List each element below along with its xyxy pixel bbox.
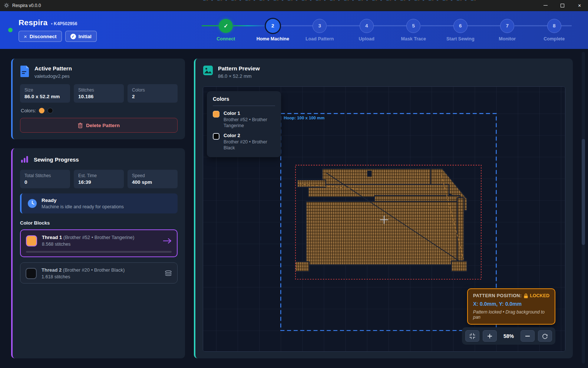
- pattern-dimensions: 86.0 × 52.2 mm: [218, 73, 260, 79]
- window-scrollbar[interactable]: [582, 52, 585, 364]
- stat-speed: Speed 400 spm: [128, 170, 178, 188]
- colors-label: Colors:: [21, 108, 36, 113]
- legend-swatch-1: [213, 111, 219, 117]
- step-5-circle: 5: [406, 19, 420, 33]
- app-header: Respira K4P502956 × Disconnect ✓ Initial…: [0, 11, 588, 49]
- fit-view-button[interactable]: [465, 330, 479, 342]
- step-6-circle: 6: [453, 19, 468, 33]
- layers-stack-icon: [165, 270, 172, 277]
- reset-view-button[interactable]: [538, 330, 552, 342]
- fit-view-icon: [469, 333, 475, 339]
- status-title: Ready: [42, 198, 124, 203]
- initial-label: Initial: [79, 34, 92, 39]
- thread-1-stitches: 8.568 stitches: [42, 242, 134, 247]
- colors-legend: Colors Color 1 Brother #52 • Brother Tan…: [207, 91, 281, 157]
- initial-button[interactable]: ✓ Initial: [65, 31, 97, 42]
- pattern-coordinates: X: 0.0mm, Y: 0.0mm: [473, 301, 549, 307]
- check-circle-icon: ✓: [70, 34, 76, 39]
- disconnect-x-icon: ×: [24, 33, 27, 40]
- sewing-progress-title: Sewing Progress: [34, 156, 79, 163]
- legend-item-color1: Color 1 Brother #52 • Brother Tangerine: [213, 110, 275, 129]
- preview-canvas[interactable]: Hoop: 100 x 100 mm: [203, 86, 565, 352]
- image-icon: [203, 65, 213, 76]
- step-6-label: Start Sewing: [446, 36, 475, 42]
- scrollbar-thumb[interactable]: [582, 139, 585, 245]
- thread-2-detail: (Brother #20 • Brother Black): [63, 267, 125, 273]
- stepper-link: [374, 25, 406, 26]
- zoom-out-button[interactable]: [521, 330, 535, 342]
- delete-pattern-label: Delete Pattern: [86, 123, 120, 128]
- step-monitor[interactable]: 7 Monitor: [484, 19, 531, 42]
- stepper-link: [280, 25, 313, 26]
- maximize-button[interactable]: [554, 0, 571, 11]
- minimize-icon: [544, 5, 548, 6]
- pattern-preview-title: Pattern Preview: [218, 65, 260, 72]
- close-button[interactable]: ×: [571, 0, 588, 11]
- step-8-label: Complete: [544, 36, 565, 42]
- step-home-machine[interactable]: 2 Home Machine: [250, 19, 297, 42]
- legend-swatch-2: [213, 133, 219, 140]
- window-title: Respira v0.0.0: [12, 3, 41, 8]
- locked-label: LOCKED: [530, 293, 549, 298]
- step-7-label: Monitor: [499, 36, 516, 42]
- pattern-preview-card: Pattern Preview 86.0 × 52.2 mm: [194, 59, 573, 358]
- step-4-circle: 4: [360, 19, 374, 33]
- maximize-icon: [561, 4, 564, 7]
- stepper-trail-line: [561, 25, 572, 26]
- minus-icon: [525, 334, 530, 339]
- disconnect-button[interactable]: × Disconnect: [19, 31, 62, 42]
- step-mask-trace[interactable]: 5 Mask Trace: [390, 19, 437, 42]
- bar-chart-icon: [20, 155, 29, 164]
- plus-icon: [487, 334, 492, 339]
- file-icon: [20, 65, 30, 77]
- delete-pattern-button[interactable]: Delete Pattern: [20, 118, 178, 133]
- color-dot-orange: [39, 108, 44, 113]
- stat-colors: Colors 2: [128, 84, 178, 103]
- pattern-filename: valetudogv2.pes: [34, 73, 72, 79]
- minimize-button[interactable]: [537, 0, 554, 11]
- close-icon: ×: [578, 3, 581, 9]
- thread-2-stitches: 1.618 stitches: [42, 274, 125, 279]
- stepper-link: [421, 25, 453, 26]
- step-complete[interactable]: 8 Complete: [531, 19, 578, 42]
- stepper-link: [468, 25, 500, 26]
- active-pattern-title: Active Pattern: [34, 65, 72, 72]
- stat-est-time: Est. Time 16:39: [74, 170, 124, 188]
- legend-title: Colors: [213, 96, 275, 106]
- color-dot-black: [47, 108, 53, 113]
- step-upload[interactable]: 4 Upload: [343, 19, 390, 42]
- arrow-right-icon: [163, 238, 172, 244]
- step-start-sewing[interactable]: 6 Start Sewing: [437, 19, 484, 42]
- stat-total-stitches: Total Stitches 0: [20, 170, 70, 188]
- stepper-link: [327, 25, 360, 26]
- thread-1-progress: [26, 251, 172, 253]
- pattern-notch: [367, 171, 371, 177]
- thread-2-name: Thread 2: [42, 267, 62, 273]
- machine-serial: K4P502956: [51, 21, 77, 26]
- thread-2-block[interactable]: Thread 2 (Brother #20 • Brother Black) 1…: [20, 262, 178, 284]
- zoom-in-button[interactable]: [483, 330, 497, 342]
- stat-stitches: Stitches 10.186: [74, 84, 124, 103]
- hoop-label: Hoop: 100 x 100 mm: [284, 116, 324, 120]
- thread-1-block[interactable]: Thread 1 (Brother #52 • Brother Tangerin…: [20, 229, 178, 257]
- step-2-circle: 2: [266, 19, 280, 33]
- step-load-pattern[interactable]: 3 Load Pattern: [296, 19, 343, 42]
- pattern-lock-hint: Pattern locked • Drag background to pan: [473, 309, 549, 320]
- step-connect[interactable]: ✓ Connect: [202, 19, 250, 42]
- stepper-link: [233, 25, 266, 26]
- step-1-circle: ✓: [219, 19, 233, 33]
- step-4-label: Upload: [359, 36, 374, 42]
- color-blocks-heading: Color Blocks: [20, 220, 178, 226]
- pattern-position-overlay: PATTERN POSITION: LOCKED X: 0.0mm, Y: 0.…: [467, 288, 555, 325]
- pattern-position-label: PATTERN POSITION:: [473, 293, 522, 298]
- refresh-icon: [542, 333, 548, 339]
- lock-icon: [524, 294, 528, 298]
- legend-item-color2: Color 2 Brother #20 • Brother Black: [213, 133, 275, 151]
- workflow-stepper: ✓ Connect 2 Home Machine 3 Load Pattern …: [202, 19, 578, 42]
- step-3-label: Load Pattern: [305, 36, 334, 42]
- check-icon: ✓: [224, 23, 228, 29]
- machine-status-banner: Ready Machine is idle and ready for oper…: [20, 193, 178, 213]
- disconnect-label: Disconnect: [30, 34, 57, 39]
- status-description: Machine is idle and ready for operations: [42, 204, 124, 209]
- step-3-circle: 3: [313, 19, 327, 33]
